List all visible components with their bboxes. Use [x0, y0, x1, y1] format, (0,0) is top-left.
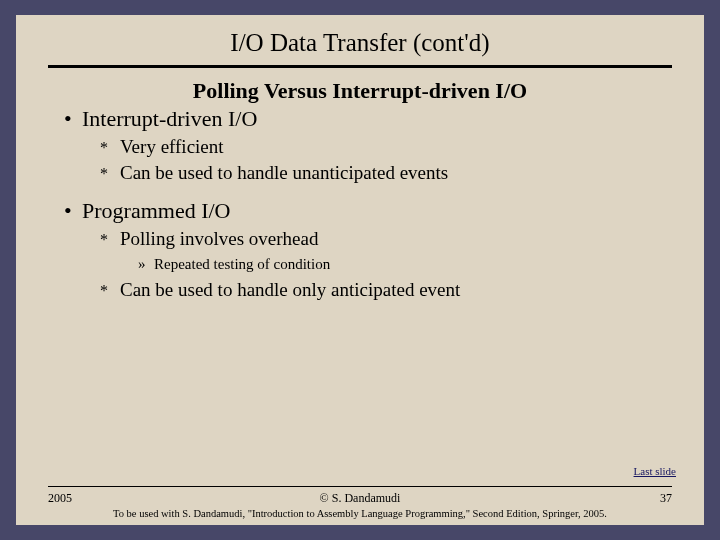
last-slide-link[interactable]: Last slide	[634, 465, 676, 477]
footer-page-number: 37	[464, 491, 672, 506]
subbullet-polling-overhead: Polling involves overhead	[100, 228, 660, 250]
footer-copyright: © S. Dandamudi	[256, 491, 464, 506]
footer-divider	[48, 486, 672, 487]
bullet-programmed-io: Programmed I/O	[64, 198, 660, 224]
slide-footer: 2005 © S. Dandamudi 37 To be used with S…	[16, 486, 704, 525]
footer-year: 2005	[48, 491, 256, 506]
subbullet-very-efficient: Very efficient	[100, 136, 660, 158]
footer-citation: To be used with S. Dandamudi, "Introduct…	[48, 508, 672, 519]
slide-subtitle: Polling Versus Interrupt-driven I/O	[60, 78, 660, 104]
footer-row: 2005 © S. Dandamudi 37	[48, 491, 672, 506]
subbullet-unanticipated: Can be used to handle unanticipated even…	[100, 162, 660, 184]
slide-title: I/O Data Transfer (cont'd)	[16, 29, 704, 57]
slide-content: Polling Versus Interrupt-driven I/O Inte…	[16, 72, 704, 301]
bullet-interrupt-driven: Interrupt-driven I/O	[64, 106, 660, 132]
subsubbullet-repeated-testing: Repeated testing of condition	[138, 256, 660, 273]
slide: I/O Data Transfer (cont'd) Polling Versu…	[16, 15, 704, 525]
title-divider	[48, 65, 672, 68]
subbullet-anticipated: Can be used to handle only anticipated e…	[100, 279, 660, 301]
